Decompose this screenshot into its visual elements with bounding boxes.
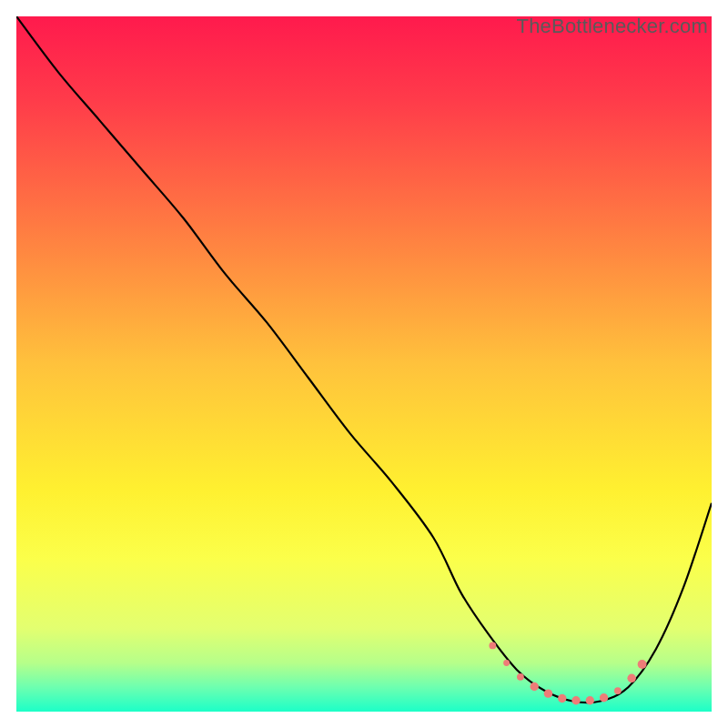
attribution-label: TheBottlenecker.com <box>517 15 708 38</box>
chart-svg <box>16 16 712 712</box>
marker-dot <box>517 673 524 681</box>
chart-container: TheBottlenecker.com <box>0 0 728 728</box>
marker-dot <box>558 694 566 703</box>
marker-dot <box>614 687 622 694</box>
gradient-background <box>16 16 712 712</box>
plot-area: TheBottlenecker.com <box>16 16 712 712</box>
marker-dot <box>586 696 594 704</box>
marker-dot <box>600 693 608 702</box>
marker-dot <box>503 660 510 666</box>
marker-dot <box>627 674 635 682</box>
marker-dot <box>638 660 647 669</box>
marker-dot <box>489 642 496 650</box>
marker-dot <box>544 689 552 697</box>
marker-dot <box>530 682 538 691</box>
marker-dot <box>571 696 580 704</box>
